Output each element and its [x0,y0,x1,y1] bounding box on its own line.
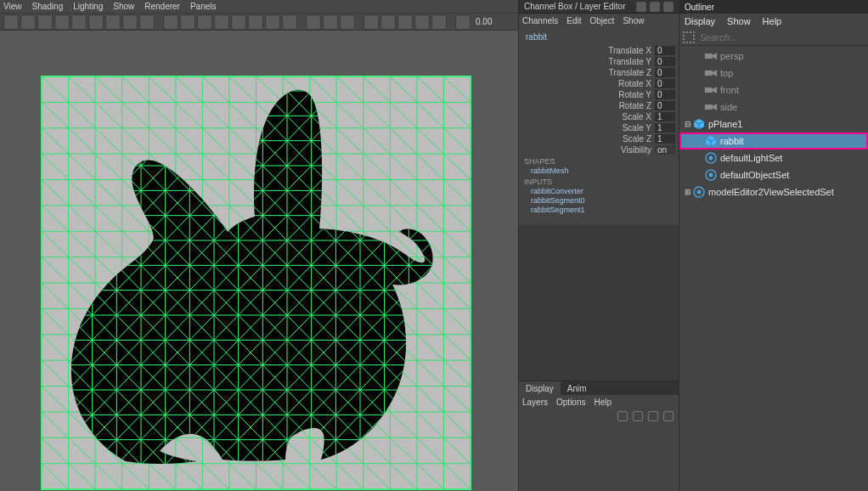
layer-toggle-1[interactable] [617,411,628,421]
outliner-menubar: Display Show Help [679,14,868,29]
chan-icon-2[interactable] [650,2,660,12]
search-icon [683,31,695,43]
outliner-search-input[interactable] [698,31,865,43]
attr-row: Scale X1 [522,111,675,121]
cb-menu-channels[interactable]: Channels [522,16,558,25]
tool-depth-icon[interactable] [431,14,447,30]
outliner-tab[interactable]: Outliner [679,0,868,14]
tool-film-gate-icon[interactable] [54,14,70,30]
tool-xray-icon[interactable] [323,14,338,30]
channel-box-menubar: Channels Edit Object Show [519,14,679,27]
tool-motion-blur-icon[interactable] [265,14,280,30]
attr-value-field[interactable]: 0 [655,68,675,77]
twisty-icon[interactable]: ⊟ [683,120,693,128]
tool-gate-mask-icon[interactable] [88,14,104,30]
attr-label[interactable]: Rotate Z [522,101,655,110]
attr-label[interactable]: Translate Z [522,68,655,77]
layer-tab-anim[interactable]: Anim [561,381,594,395]
channel-box-tab[interactable]: Channel Box / Layer Editor [519,0,679,14]
cb-input-segment0[interactable]: rabbitSegment0 [531,196,675,205]
tool-image-plane-icon[interactable] [37,14,53,30]
layer-toggle-3[interactable] [648,411,658,421]
cb-input-segment1[interactable]: rabbitSegment1 [531,206,675,214]
attr-label[interactable]: Scale Y [522,123,655,133]
outliner-item-persp[interactable]: persp [679,48,868,65]
layer-editor-list[interactable] [519,424,679,491]
twisty-icon[interactable]: ⊞ [683,188,693,196]
tool-textured-icon[interactable] [197,14,212,30]
channel-box-selected-node[interactable]: rabbit [522,32,675,42]
outliner-item-front[interactable]: front [679,82,868,99]
tool-exposure-icon[interactable] [455,14,471,30]
tool-film-pivot-icon[interactable] [397,14,413,30]
tool-select-camera-icon[interactable] [3,14,19,30]
outliner-item-rabbit[interactable]: rabbit [679,133,868,150]
tool-bookmark-icon[interactable] [20,14,36,30]
cb-input-converter[interactable]: rabbitConverter [531,187,675,195]
attr-value-field[interactable]: 0 [655,101,675,110]
outliner-item-modelEditor2ViewSelectedSet[interactable]: ⊞modelEditor2ViewSelectedSet [679,183,868,200]
layer-editor-toggles [519,409,679,424]
layer-toggle-2[interactable] [633,411,643,421]
tool-grid-icon[interactable] [364,14,379,30]
cb-menu-edit[interactable]: Edit [566,16,581,25]
attr-value-field[interactable]: 1 [655,123,675,133]
attr-value-field[interactable]: on [655,145,675,155]
outliner-tree[interactable]: persptopfrontside⊟pPlane1rabbitdefaultLi… [679,46,868,491]
tool-ao-icon[interactable] [248,14,263,30]
tool-resolution-gate-icon[interactable] [71,14,87,30]
chan-icon-1[interactable] [636,2,646,12]
out-menu-help[interactable]: Help [763,16,782,26]
tool-wireframe-icon[interactable] [163,14,178,30]
attr-value-field[interactable]: 0 [655,57,675,66]
tool-aa-icon[interactable] [282,14,297,30]
attr-label[interactable]: Visibility [522,145,655,155]
tool-safe-action-icon[interactable] [122,14,138,30]
viewport-menu-panels[interactable]: Panels [190,2,217,11]
attr-label[interactable]: Scale X [522,112,655,121]
tool-shaded-icon[interactable] [180,14,195,30]
svg-rect-776 [705,71,713,76]
attr-label[interactable]: Rotate Y [522,90,655,99]
layer-menu-help[interactable]: Help [594,398,612,407]
tool-lights-icon[interactable] [214,14,229,30]
outliner-item-side[interactable]: side [679,99,868,116]
outliner-item-top[interactable]: top [679,65,868,82]
attr-label[interactable]: Scale Z [522,134,655,144]
tool-field-chart-icon[interactable] [105,14,121,30]
tool-isolate-icon[interactable] [306,14,321,30]
outliner-item-pPlane1[interactable]: ⊟pPlane1 [679,116,868,133]
cb-shape-rabbitmesh[interactable]: rabbitMesh [531,166,675,175]
viewport-menu-shading[interactable]: Shading [32,2,64,11]
attr-value-field[interactable]: 1 [655,112,675,121]
attr-label[interactable]: Rotate X [522,79,655,88]
tool-shadows-icon[interactable] [231,14,246,30]
tool-gizmo-icon[interactable] [414,14,430,30]
attr-value-field[interactable]: 0 [655,90,675,99]
attr-value-field[interactable]: 0 [655,46,675,55]
cb-menu-object[interactable]: Object [590,16,615,25]
layer-toggle-4[interactable] [663,411,674,421]
viewport-menu-show[interactable]: Show [113,2,134,11]
attr-value-field[interactable]: 1 [655,134,675,144]
chan-icon-3[interactable] [663,2,674,12]
viewport-menu-lighting[interactable]: Lighting [73,2,103,11]
viewport-menu-renderer[interactable]: Renderer [144,2,180,11]
attr-value-field[interactable]: 0 [655,79,675,88]
out-menu-display[interactable]: Display [685,16,715,26]
layer-menu-layers[interactable]: Layers [522,398,548,407]
layer-menu-options[interactable]: Options [556,398,585,407]
tool-safe-title-icon[interactable] [139,14,155,30]
tool-film-origin-icon[interactable] [380,14,396,30]
viewport-menu-view[interactable]: View [3,2,22,11]
outliner-item-defaultObjectSet[interactable]: defaultObjectSet [679,166,868,183]
attr-label[interactable]: Translate X [522,46,655,55]
viewport-canvas[interactable] [0,31,518,491]
cb-menu-show[interactable]: Show [623,16,644,25]
layer-tab-display[interactable]: Display [519,381,561,395]
tool-xray-joints-icon[interactable] [340,14,355,30]
out-menu-show[interactable]: Show [727,16,751,26]
outliner-item-defaultLightSet[interactable]: defaultLightSet [679,150,868,166]
attr-label[interactable]: Translate Y [522,57,655,66]
outliner-item-label: defaultObjectSet [720,170,789,180]
